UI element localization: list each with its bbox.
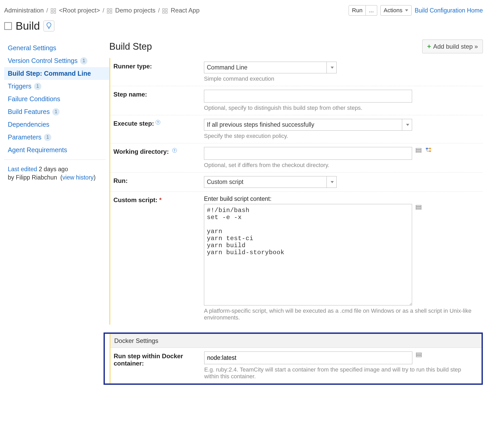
step-name-input[interactable] xyxy=(204,90,412,103)
topbar: Administration / <Root project> / Demo p… xyxy=(0,0,487,18)
svg-rect-19 xyxy=(429,150,431,152)
docker-container-label: Run step within Docker container: xyxy=(114,351,204,380)
vars-icon[interactable] xyxy=(415,351,422,358)
count-badge: 1 xyxy=(52,108,60,116)
sidebar-item-build-step[interactable]: Build Step: Command Line xyxy=(4,67,109,80)
svg-rect-25 xyxy=(416,208,421,209)
actions-button[interactable]: Actions xyxy=(380,5,412,16)
svg-rect-4 xyxy=(107,9,109,10)
project-icon xyxy=(162,8,168,13)
sidebar-item-label: Failure Conditions xyxy=(8,95,60,103)
docker-help: E.g. ruby:2.4. TeamCity will start a con… xyxy=(204,366,476,380)
docker-header: Docker Settings xyxy=(111,334,482,348)
sidebar-item-label: Dependencies xyxy=(8,121,49,128)
project-icon xyxy=(107,8,112,13)
svg-rect-28 xyxy=(416,356,421,357)
script-above-label: Enter build script content: xyxy=(204,195,478,202)
sidebar-item-parameters[interactable]: Parameters 1 xyxy=(4,131,109,144)
run-select[interactable]: Custom script xyxy=(204,176,337,188)
runner-type-help: Simple command execution xyxy=(204,75,478,82)
sidebar-item-general[interactable]: General Settings xyxy=(4,42,109,54)
build-type-icon xyxy=(4,22,12,30)
execute-step-label: Execute step:? xyxy=(113,119,204,139)
help-icon[interactable]: ? xyxy=(172,148,177,153)
vars-icon[interactable] xyxy=(415,147,422,154)
last-edited-meta: Last edited 2 days ago by Filipp Riabchu… xyxy=(4,163,109,184)
plus-icon: + xyxy=(427,42,431,50)
sidebar-item-label: Parameters xyxy=(8,133,41,141)
title-row: Build xyxy=(0,18,487,37)
svg-rect-3 xyxy=(54,11,56,13)
add-build-step-button[interactable]: + Add build step » xyxy=(422,40,483,53)
custom-script-textarea[interactable] xyxy=(204,204,412,305)
sidebar-item-label: General Settings xyxy=(8,44,56,52)
sidebar-item-label: Agent Requirements xyxy=(8,146,67,154)
sidebar: General Settings Version Control Setting… xyxy=(4,37,109,385)
chevron-down-icon xyxy=(326,62,336,73)
help-icon[interactable]: ? xyxy=(156,120,160,125)
svg-rect-11 xyxy=(165,11,167,13)
vars-icon[interactable] xyxy=(415,204,422,211)
runner-type-label: Runner type: xyxy=(113,62,204,82)
sidebar-item-dependencies[interactable]: Dependencies xyxy=(4,118,109,131)
view-history-link[interactable]: view history xyxy=(62,174,94,181)
breadcrumb-item-2[interactable]: React App xyxy=(171,7,200,14)
svg-rect-23 xyxy=(416,205,421,206)
breadcrumb: Administration / <Root project> / Demo p… xyxy=(4,7,349,14)
svg-rect-18 xyxy=(429,148,431,149)
tree-icon[interactable] xyxy=(425,147,432,154)
svg-rect-9 xyxy=(165,9,167,10)
docker-section: Docker Settings Run step within Docker c… xyxy=(110,334,482,383)
svg-rect-27 xyxy=(416,354,421,355)
working-dir-input[interactable] xyxy=(204,147,412,160)
sidebar-item-label: Version Control Settings xyxy=(8,57,78,65)
sidebar-item-triggers[interactable]: Triggers 1 xyxy=(4,80,109,93)
chevron-down-icon xyxy=(402,119,412,130)
svg-rect-1 xyxy=(54,9,56,10)
execute-step-help: Specify the step execution policy. xyxy=(204,133,478,139)
execute-step-select[interactable]: If all previous steps finished successfu… xyxy=(204,119,412,131)
build-config-home-link[interactable]: Build Configuration Home xyxy=(415,7,483,14)
page-title: Build xyxy=(16,20,40,32)
svg-rect-26 xyxy=(416,353,421,354)
docker-highlight: Docker Settings Run step within Docker c… xyxy=(104,332,483,385)
sidebar-item-label: Build Features xyxy=(8,108,50,116)
sidebar-item-label: Build Step: Command Line xyxy=(8,70,91,77)
svg-rect-7 xyxy=(110,11,112,13)
sidebar-item-features[interactable]: Build Features 1 xyxy=(4,105,109,118)
main: Build Step + Add build step » Runner typ… xyxy=(109,37,483,385)
count-badge: 1 xyxy=(34,83,41,90)
breadcrumb-item-0[interactable]: <Root project> xyxy=(59,7,100,14)
sidebar-item-vcs[interactable]: Version Control Settings 1 xyxy=(4,54,109,67)
docker-image-input[interactable] xyxy=(204,351,412,364)
count-badge: 1 xyxy=(44,134,51,141)
svg-rect-6 xyxy=(107,11,109,13)
svg-rect-24 xyxy=(416,207,421,208)
run-button-group: Run ... xyxy=(349,5,377,16)
sidebar-item-label: Triggers xyxy=(8,82,31,90)
suggestions-button[interactable] xyxy=(43,21,54,31)
svg-rect-8 xyxy=(163,9,164,10)
step-name-help: Optional, specify to distinguish this bu… xyxy=(204,105,478,111)
runner-type-select[interactable]: Command Line xyxy=(204,62,337,73)
breadcrumb-root[interactable]: Administration xyxy=(4,7,44,14)
project-icon xyxy=(51,8,56,13)
run-button[interactable]: Run xyxy=(349,5,366,16)
custom-script-label: Custom script: * xyxy=(113,195,204,321)
svg-rect-2 xyxy=(51,11,53,13)
working-dir-label: Working directory: ? xyxy=(113,147,204,169)
working-dir-help: Optional, set if differs from the checko… xyxy=(204,162,478,169)
svg-rect-15 xyxy=(416,150,421,151)
run-more-button[interactable]: ... xyxy=(366,5,377,16)
svg-rect-5 xyxy=(110,9,112,10)
form-section: Runner type: Command Line Simple command… xyxy=(109,58,483,325)
lightbulb-icon xyxy=(46,22,52,30)
breadcrumb-item-1[interactable]: Demo projects xyxy=(115,7,156,14)
sidebar-item-failure[interactable]: Failure Conditions xyxy=(4,93,109,105)
sidebar-item-agent-reqs[interactable]: Agent Requirements xyxy=(4,144,109,156)
step-name-label: Step name: xyxy=(113,90,204,111)
chevron-down-icon xyxy=(405,9,408,11)
chevron-down-icon xyxy=(326,176,336,188)
main-heading: Build Step xyxy=(109,41,422,52)
last-edited-link[interactable]: Last edited xyxy=(8,166,37,172)
